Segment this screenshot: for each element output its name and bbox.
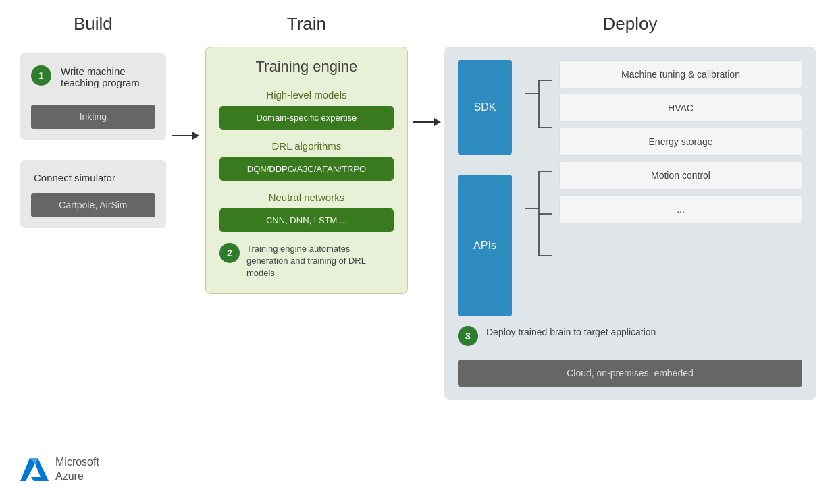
train-header: Train: [287, 13, 326, 34]
training-engine-box: Training engine High-level models Domain…: [205, 47, 408, 294]
step-badge-3: 3: [458, 326, 478, 346]
sdk-apis-col: SDK APIs: [458, 60, 519, 316]
connector-svg: [525, 47, 552, 310]
build-card-1-title: Write machine teaching program: [61, 65, 155, 88]
build-card-2-title: Connect simulator: [34, 172, 115, 184]
deploy-pill: Cloud, on-premises, embeded: [458, 360, 802, 387]
build-header: Build: [74, 13, 113, 34]
deploy-step-text: Deploy trained brain to target applicati…: [486, 326, 656, 339]
main-container: Build 1 Write machine teaching program I…: [0, 0, 836, 504]
azure-logo-icon: [20, 458, 49, 481]
azure-logo: Microsoft Azure: [20, 455, 99, 484]
model-pill-1: Domain-specific expertise: [219, 106, 394, 130]
train-engine-title: Training engine: [219, 58, 394, 76]
app-box-5: ...: [559, 195, 802, 223]
azure-label-microsoft: Microsoft: [55, 455, 99, 470]
azure-logo-text: Microsoft Azure: [55, 455, 99, 484]
deploy-section: Deploy SDK APIs: [444, 13, 816, 400]
model-pill-2: DQN/DDPG/A3C/AFAN/TRPO: [219, 157, 394, 181]
train-step-note-text: Training engine automates generation and…: [246, 243, 394, 280]
deploy-step3: 3 Deploy trained brain to target applica…: [458, 326, 802, 352]
arrow-icon: [172, 135, 199, 136]
model-label-1: High-level models: [219, 89, 394, 101]
line-connectors: [525, 60, 552, 316]
model-pill-3: CNN, DNN, LSTM ...: [219, 208, 394, 232]
build-card-2: Connect simulator Cartpole, AirSim: [20, 160, 166, 228]
build-section: Build 1 Write machine teaching program I…: [20, 13, 166, 228]
simulator-pill: Cartpole, AirSim: [31, 193, 155, 217]
arrow-icon-2: [413, 121, 440, 123]
deploy-header: Deploy: [603, 13, 658, 34]
app-box-4: Motion control: [559, 161, 802, 190]
azure-label-azure: Azure: [55, 470, 99, 484]
build-card-1: 1 Write machine teaching program Inkling: [20, 53, 166, 140]
build-cards: 1 Write machine teaching program Inkling…: [20, 53, 166, 228]
train-to-deploy-arrow: [409, 121, 444, 123]
apis-block: APIs: [458, 175, 512, 316]
app-box-2: HVAC: [559, 94, 802, 122]
sdk-block: SDK: [458, 60, 512, 155]
build-to-train-arrow: [166, 135, 204, 136]
model-label-2: DRL algorithms: [219, 140, 394, 152]
app-box-1: Machine tuning & calibration: [559, 60, 802, 88]
app-box-3: Energy storage: [559, 128, 802, 156]
inkling-pill: Inkling: [31, 105, 155, 129]
train-step-note: 2 Training engine automates generation a…: [219, 243, 394, 280]
app-boxes-col: Machine tuning & calibration HVAC Energy…: [559, 60, 802, 316]
step-badge-1: 1: [31, 65, 51, 86]
model-label-3: Neutral networks: [219, 192, 394, 203]
deploy-box: SDK APIs: [444, 47, 816, 400]
deploy-inner: SDK APIs: [458, 60, 802, 316]
step-badge-2: 2: [219, 243, 240, 263]
train-section: Train Training engine High-level models …: [204, 13, 409, 294]
